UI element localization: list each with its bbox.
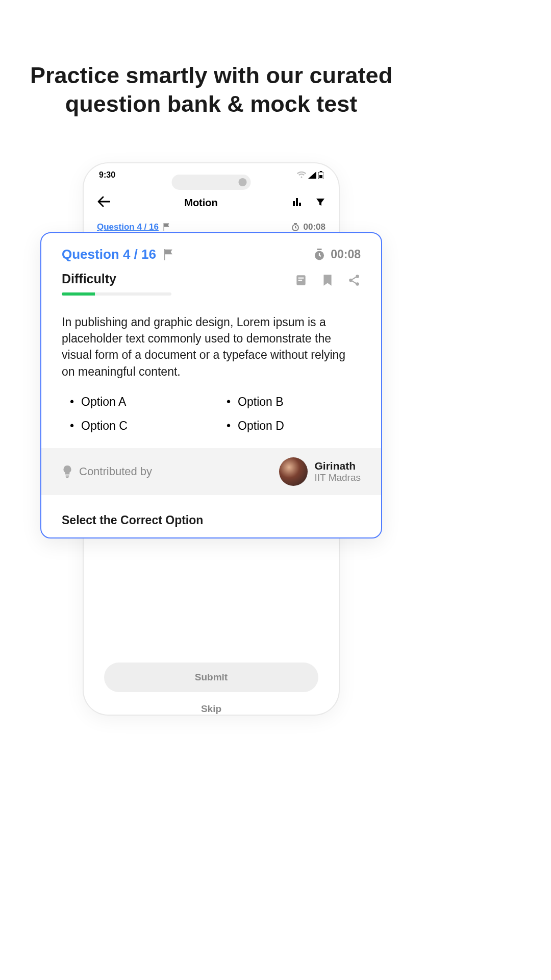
svg-rect-5 — [299, 203, 301, 206]
svg-rect-10 — [298, 280, 303, 281]
option-c[interactable]: Option C — [70, 419, 196, 433]
back-arrow-icon[interactable] — [97, 195, 110, 211]
option-d[interactable]: Option D — [227, 419, 353, 433]
clock-icon — [291, 223, 299, 231]
option-b[interactable]: Option B — [227, 395, 353, 409]
clock-icon — [313, 249, 325, 261]
contributed-label: Contributed by — [79, 465, 152, 478]
svg-rect-2 — [319, 175, 322, 178]
submit-button[interactable]: Submit — [104, 663, 318, 692]
status-right — [297, 171, 323, 179]
bulb-icon — [62, 465, 73, 478]
status-time: 9:30 — [99, 170, 115, 180]
skip-button[interactable]: Skip — [84, 703, 339, 715]
screen-title: Motion — [184, 197, 218, 209]
peek-timer: 00:08 — [304, 222, 325, 232]
headline: Practice smartly with our curated questi… — [0, 0, 422, 119]
filter-icon[interactable] — [315, 197, 325, 209]
flag-icon[interactable] — [163, 223, 171, 231]
battery-icon — [318, 171, 323, 179]
contributor-name: Girinath — [315, 460, 361, 472]
peek-question-label: Question 4 / 16 — [97, 222, 159, 232]
contributor-subtitle: IIT Madras — [315, 472, 361, 483]
difficulty-fill — [62, 292, 95, 296]
contributor-bar: Contributed by Girinath IIT Madras — [41, 448, 381, 495]
share-icon[interactable] — [347, 274, 361, 289]
flag-icon[interactable] — [163, 249, 174, 260]
difficulty-bar — [62, 292, 171, 296]
stats-icon[interactable] — [292, 197, 302, 209]
option-a[interactable]: Option A — [70, 395, 196, 409]
notes-icon[interactable] — [294, 274, 308, 289]
svg-rect-9 — [298, 278, 304, 279]
svg-rect-3 — [293, 201, 295, 206]
svg-rect-4 — [296, 198, 298, 206]
wifi-icon — [297, 172, 306, 179]
select-prompt: Select the Correct Option — [41, 495, 381, 537]
dynamic-island — [172, 175, 251, 190]
question-counter: Question 4 / 16 — [62, 247, 156, 262]
peek-row: Question 4 / 16 00:08 — [84, 217, 339, 232]
signal-icon — [308, 172, 316, 179]
timer-value: 00:08 — [331, 248, 361, 261]
question-card: Question 4 / 16 00:08 Difficulty In publ… — [40, 232, 382, 538]
difficulty-label: Difficulty — [62, 272, 171, 286]
bottom-actions: Submit Skip — [84, 663, 339, 715]
camera-dot — [239, 178, 247, 186]
bookmark-icon[interactable] — [322, 274, 333, 289]
option-list: Option A Option B Option C Option D — [41, 392, 381, 448]
avatar — [279, 457, 308, 486]
question-text: In publishing and graphic design, Lorem … — [41, 296, 381, 392]
